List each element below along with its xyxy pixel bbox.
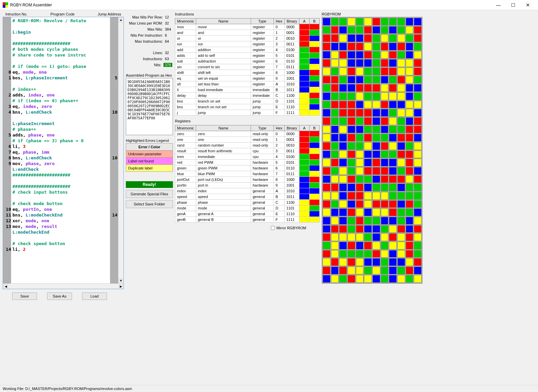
rom-cell (364, 59, 372, 67)
table-row: liload immediateimmediateB1011 (175, 87, 320, 93)
rom-cell (381, 68, 389, 75)
rom-cell (348, 184, 355, 191)
select-save-folder-button[interactable]: Select Save Folder (126, 200, 173, 208)
rom-cell (414, 225, 422, 233)
rom-cell (406, 200, 414, 208)
rom-cell (389, 68, 397, 75)
rom-cell (356, 43, 364, 50)
rom-cell (406, 225, 414, 233)
rom-cell (381, 109, 389, 117)
vertical-scrollbar[interactable]: ▲ ▼ (118, 17, 123, 283)
code-content[interactable]: # RGBY-ROM: Revolve / Rotate L:begin ###… (11, 17, 110, 283)
rom-cell (389, 142, 397, 150)
rom-cell (389, 233, 397, 241)
rom-cell (348, 84, 355, 92)
table-row: phasephasegeneralC1100 (175, 200, 320, 205)
rom-cell (414, 159, 422, 166)
rom-cell (414, 151, 422, 158)
rom-cell (339, 184, 347, 191)
rom-cell (406, 275, 414, 283)
rom-cell (389, 76, 397, 84)
rom-cell (364, 26, 372, 34)
rom-cell (348, 151, 355, 158)
rom-cell (348, 275, 355, 283)
rgbyrom-grid (322, 17, 423, 284)
rom-cell (339, 175, 347, 183)
save-as-button[interactable]: Save As (47, 292, 72, 300)
rom-cell (348, 43, 355, 50)
rom-cell (356, 250, 364, 258)
rom-cell (389, 59, 397, 67)
scroll-left-icon[interactable]: ◀ (3, 284, 8, 289)
mirror-rgbyrom-checkbox[interactable] (271, 226, 275, 230)
rom-cell (348, 92, 355, 100)
rom-cell (381, 167, 389, 175)
scroll-down-icon[interactable]: ▼ (118, 278, 123, 283)
rom-cell (381, 34, 389, 42)
hex-title: Assembled Program as Hex (126, 73, 173, 77)
rom-cell (356, 275, 364, 283)
rom-cell (414, 142, 422, 150)
save-button[interactable]: Save (12, 292, 37, 300)
rom-cell (323, 217, 330, 225)
rom-cell (381, 134, 389, 142)
minimize-button[interactable]: — (491, 0, 506, 10)
rom-cell (331, 26, 339, 34)
rom-cell (381, 101, 389, 109)
rom-cell (397, 192, 405, 200)
rom-cell (389, 192, 397, 200)
maximize-button[interactable]: ☐ (506, 0, 521, 10)
rom-cell (414, 126, 422, 133)
rom-cell (414, 43, 422, 50)
rom-cell (381, 275, 389, 283)
rom-cell (414, 92, 422, 100)
rom-cell (356, 59, 364, 67)
rom-cell (339, 267, 347, 274)
code-editor[interactable]: 01 2 34 5 6789 10111213 14 # RGBY-ROM: R… (3, 17, 124, 289)
rom-cell (414, 233, 422, 241)
table-row: subsubtractionregister60110 (175, 58, 320, 64)
rom-cell (381, 43, 389, 50)
rom-cell (397, 126, 405, 133)
rom-cell (372, 76, 380, 84)
rom-cell (331, 34, 339, 42)
horizontal-scrollbar[interactable]: ◀ ▶ (3, 283, 123, 289)
rom-cell (397, 217, 405, 225)
rom-cell (381, 208, 389, 216)
rom-cell (406, 142, 414, 150)
generate-special-files-button[interactable]: Generate Special Files (126, 190, 173, 198)
rom-cell (348, 250, 355, 258)
table-row: resultresult from arithmeticcpu30011 (175, 148, 320, 154)
rom-cell (339, 250, 347, 258)
rom-cell (389, 134, 397, 142)
rom-cell (356, 117, 364, 125)
rom-cell (414, 18, 422, 26)
rom-cell (414, 84, 422, 92)
rom-cell (356, 258, 364, 266)
rom-cell (381, 200, 389, 208)
load-button[interactable]: Load (82, 292, 107, 300)
rom-cell (331, 208, 339, 216)
hex-output[interactable]: 9D1D055A19A0E0A5C1B039C4E0A0C0991E0E3D10… (126, 78, 173, 135)
rom-cell (364, 233, 372, 241)
rom-cell (348, 134, 355, 142)
rom-cell (339, 242, 347, 249)
rom-cell (381, 175, 389, 183)
rom-cell (331, 242, 339, 249)
rom-cell (323, 101, 330, 109)
rom-cell (389, 200, 397, 208)
rom-cell (364, 217, 372, 225)
scroll-right-icon[interactable]: ▶ (118, 284, 123, 289)
rom-cell (364, 192, 372, 200)
svg-rect-0 (3, 2, 5, 5)
rom-cell (323, 258, 330, 266)
rom-cell (381, 184, 389, 191)
rom-cell (381, 151, 389, 158)
rom-cell (356, 109, 364, 117)
rom-cell (364, 275, 372, 283)
rom-cell (339, 26, 347, 34)
rom-cell (406, 101, 414, 109)
rom-cell (397, 84, 405, 92)
close-button[interactable]: ✕ (521, 0, 535, 10)
scroll-up-icon[interactable]: ▲ (118, 17, 123, 23)
